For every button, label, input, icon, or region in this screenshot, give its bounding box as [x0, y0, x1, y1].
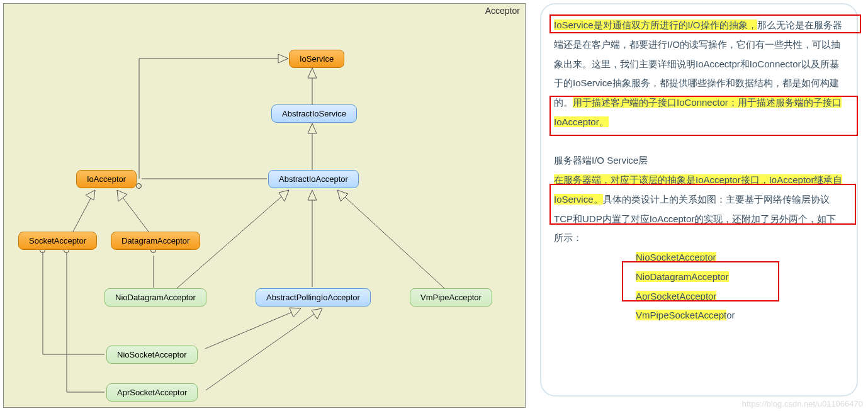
svg-marker-14	[308, 190, 317, 200]
node-ioservice: IoService	[289, 50, 344, 68]
implementation-list: NioSocketAcceptor NioDatagramAcceptor Ap…	[636, 248, 844, 325]
node-vmpipe-acceptor: VmPipeAcceptor	[410, 288, 492, 307]
node-abstract-ioservice: AbstractIoService	[271, 104, 357, 123]
impl-item-vmpipe-tail: or	[726, 310, 735, 320]
highlight-connector-acceptor: 用于描述客户端的子接口IoConnector；用于描述服务端的子接口IoAcce…	[554, 97, 842, 127]
svg-marker-18	[290, 308, 301, 317]
node-ioacceptor: IoAcceptor	[76, 170, 137, 188]
section-title-server-io: 服务器端I/O Service层	[554, 151, 844, 171]
svg-line-19	[206, 308, 322, 390]
node-socket-acceptor: SocketAcceptor	[18, 232, 97, 250]
uml-diagram: Acceptor	[3, 3, 526, 408]
svg-marker-2	[308, 68, 317, 78]
svg-marker-20	[312, 308, 322, 319]
svg-line-15	[337, 190, 444, 288]
svg-marker-12	[279, 190, 289, 201]
node-nio-datagram-acceptor: NioDatagramAcceptor	[104, 288, 206, 307]
svg-marker-0	[278, 54, 288, 63]
node-abstract-ioacceptor: AbstractIoAcceptor	[268, 170, 359, 188]
svg-marker-4	[308, 123, 317, 133]
impl-item-apr-socket: AprSocketAcceptor	[636, 291, 716, 301]
impl-item-nio-socket: NioSocketAcceptor	[636, 252, 716, 262]
node-abstract-polling-ioacceptor: AbstractPollingIoAcceptor	[256, 288, 371, 307]
diagram-title: Acceptor	[485, 6, 520, 16]
svg-marker-16	[337, 190, 348, 201]
paragraph-1: IoService是对通信双方所进行的I/O操作的抽象，那么无论是在服务器端还是…	[554, 16, 844, 132]
node-nio-socket-acceptor: NioSocketAcceptor	[106, 346, 198, 364]
svg-marker-7	[86, 190, 95, 200]
paragraph-1-body: 那么无论是在服务器端还是在客户端，都要进行I/O的读写操作，它们有一些共性，可以…	[554, 20, 842, 108]
watermark: https://blog.csdn.net/u011066470	[742, 399, 863, 408]
diagram-edges	[4, 4, 526, 408]
svg-line-6	[73, 190, 95, 232]
explanation-panel: IoService是对通信双方所进行的I/O操作的抽象，那么无论是在服务器端还是…	[540, 3, 858, 397]
node-apr-socket-acceptor: AprSocketAcceptor	[106, 383, 198, 402]
svg-line-17	[205, 308, 301, 349]
svg-line-8	[117, 190, 149, 232]
node-datagram-acceptor: DatagramAcceptor	[111, 232, 200, 250]
paragraph-2: 在服务器端，对应于该层的抽象是IoAcceptor接口，IoAcceptor继承…	[554, 171, 844, 248]
impl-item-vmpipe-socket: VmPipeSocketAccept	[636, 310, 726, 320]
svg-marker-9	[117, 190, 127, 201]
impl-item-nio-datagram: NioDatagramAcceptor	[636, 271, 729, 282]
highlight-ioservice-def: IoService是对通信双方所进行的I/O操作的抽象，	[554, 20, 757, 30]
